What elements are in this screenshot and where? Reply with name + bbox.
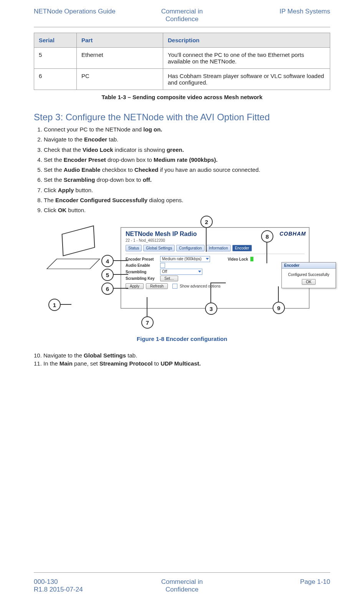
brand-logo: COBHAM [280, 231, 306, 237]
table-row: 5 Ethernet You'll connect the PC to one … [34, 48, 330, 69]
header-center-l2: Confidence [165, 15, 199, 23]
table-caption: Table 1-3 – Sending composite video acro… [34, 94, 330, 100]
list-item: Set the Encoder Preset drop-down box to … [44, 156, 330, 164]
page: NETNode Operations Guide Commercial in C… [17, 0, 347, 605]
window-subtitle: 22 - 1 - Nod_46512200 [121, 238, 309, 245]
cell-desc: Has Cobham Stream player software or VLC… [163, 69, 330, 90]
list-item: 11. In the Main pane, set Streaming Prot… [34, 360, 330, 367]
list-item: Set the Scrambling drop-down box to off. [44, 176, 330, 184]
tab-encoder[interactable]: Encoder [232, 245, 252, 251]
refresh-button[interactable]: Refresh [146, 283, 168, 289]
audio-enable-checkbox[interactable] [160, 263, 165, 268]
scrambling-dropdown[interactable]: Off [160, 269, 202, 275]
callout-3: 3 [205, 302, 217, 315]
lead-3b [210, 283, 226, 283]
cell-part: PC [77, 69, 163, 90]
lead-9 [278, 286, 279, 302]
callout-9: 9 [273, 302, 285, 314]
lead-7 [147, 297, 147, 316]
lead-8 [266, 242, 267, 263]
list-item: Click OK button. [44, 206, 330, 214]
apply-button[interactable]: Apply [126, 283, 144, 289]
label-scrambling: Scrambling [126, 270, 160, 274]
laptop-icon [51, 233, 101, 268]
header-rule [34, 27, 330, 27]
app-window: COBHAM NETNode Mesh IP Radio 22 - 1 - No… [121, 227, 309, 309]
figure-caption: Figure 1-8 Encoder configuration [34, 336, 330, 342]
callout-8: 8 [261, 230, 273, 243]
lead-6 [113, 288, 128, 289]
footer-rule [34, 572, 330, 573]
label-show-advanced: Show advanced options [180, 284, 220, 288]
page-footer: 000-130 R1.8 2015-07-24 Commercial in Co… [34, 578, 330, 593]
tab-global-settings[interactable]: Global Settings [143, 245, 175, 251]
list-item: Check that the Video Lock indicator is s… [44, 146, 330, 154]
tab-bar: Status Global Settings Configuration Inf… [121, 245, 309, 254]
th-description: Description [163, 33, 330, 48]
encoder-form: Encoder Preset Medium rate (900kbps) Vid… [126, 254, 304, 289]
parts-table: Serial Part Description 5 Ethernet You'l… [34, 33, 330, 90]
dialog-message: Configured Successfully [284, 273, 333, 277]
cell-part: Ethernet [77, 48, 163, 69]
callout-7: 7 [141, 316, 154, 329]
list-item: 10. Navigate to the Global Settings tab. [34, 352, 330, 359]
list-item: Click Apply button. [44, 186, 330, 194]
list-item: The Encoder Configured Successfully dial… [44, 196, 330, 204]
header-left: NETNode Operations Guide [34, 8, 161, 23]
th-serial: Serial [34, 33, 77, 48]
cell-serial: 6 [34, 69, 77, 90]
table-row: 6 PC Has Cobham Stream player software o… [34, 69, 330, 90]
lead-3a [210, 283, 211, 302]
label-encoder-preset: Encoder Preset [126, 257, 160, 261]
lead-1 [60, 304, 71, 305]
footer-center: Commercial in Confidence [161, 578, 203, 593]
header-right: IP Mesh Systems [203, 8, 330, 23]
cell-desc: You'll connect the PC to one of the two … [163, 48, 330, 69]
video-lock-indicator [250, 257, 253, 261]
step-heading: Step 3: Configure the NETNode with the A… [34, 112, 330, 123]
dialog-title: Encoder [282, 263, 336, 269]
figure-encoder-config: COBHAM NETNode Mesh IP Radio 22 - 1 - No… [48, 218, 316, 333]
callout-2: 2 [200, 216, 213, 228]
list-item: Connect your PC to the NETNode and log o… [44, 126, 330, 133]
label-video-lock: Video Lock [228, 257, 248, 261]
footer-right: Page 1-10 [203, 578, 330, 593]
steps-list: Connect your PC to the NETNode and log o… [34, 126, 330, 214]
callout-1: 1 [48, 299, 61, 311]
page-footer-block: 000-130 R1.8 2015-07-24 Commercial in Co… [34, 568, 330, 593]
show-advanced-checkbox[interactable] [172, 284, 177, 289]
label-audio-enable: Audio Enable [126, 263, 160, 268]
th-part: Part [77, 33, 163, 48]
list-item: Set the Audio Enable checkbox to Checked… [44, 166, 330, 174]
ok-button[interactable]: OK [302, 279, 316, 285]
lead-5 [113, 274, 128, 275]
footer-left: 000-130 R1.8 2015-07-24 [34, 578, 161, 593]
callout-6: 6 [101, 283, 114, 295]
callout-5: 5 [101, 269, 114, 281]
steps-continued: 10. Navigate to the Global Settings tab.… [34, 352, 330, 367]
header-center: Commercial in Confidence [161, 8, 203, 23]
encoder-preset-dropdown[interactable]: Medium rate (900kbps) [160, 256, 210, 262]
page-header: NETNode Operations Guide Commercial in C… [34, 8, 330, 23]
lead-2 [206, 227, 207, 252]
encoder-success-dialog: Encoder Configured Successfully OK [281, 262, 336, 288]
lead-4 [113, 260, 128, 261]
tab-configuration[interactable]: Configuration [176, 245, 204, 251]
header-center-l1: Commercial in [161, 8, 203, 15]
label-scrambling-key: Scrambling Key [126, 276, 160, 281]
list-item: Navigate to the Encoder tab. [44, 136, 330, 143]
cell-serial: 5 [34, 48, 77, 69]
tab-status[interactable]: Status [126, 245, 142, 251]
tab-information[interactable]: Information [206, 245, 231, 251]
callout-4: 4 [101, 255, 114, 267]
scrambling-key-set-button[interactable]: Set… [160, 276, 178, 281]
